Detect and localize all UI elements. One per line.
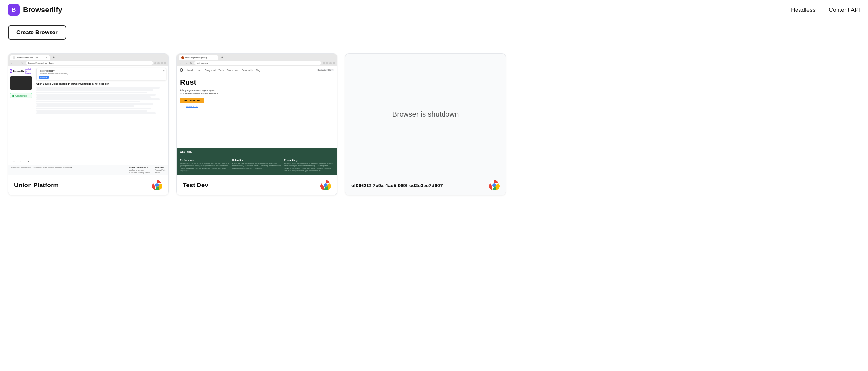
rust-why-title: Why Rust? — [180, 151, 334, 153]
card-footer-union: Union Platform — [8, 175, 168, 195]
text-line — [36, 103, 153, 105]
rust-subtitle-line1: A language empowering everyone — [180, 89, 215, 91]
chrome-icon-union — [152, 180, 162, 191]
restore-popup: Restore pages? Chromium didn't shut down… — [36, 68, 166, 80]
rust-version: Version 1.75.0 — [180, 105, 204, 107]
rust-rel-title: Reliability — [232, 159, 282, 161]
action-icon-3 — [161, 62, 163, 64]
back-button[interactable]: ← — [10, 62, 14, 65]
rust-nav-learn[interactable]: Learn — [196, 69, 202, 71]
rust-forward[interactable]: → — [184, 62, 188, 65]
text-line — [36, 98, 160, 100]
browser-card-testdev: Rust Programming Lang... × + ← → ↻ rust-… — [177, 53, 337, 195]
rust-perf-text: Rust is blazingly fast and memory-effici… — [180, 162, 229, 172]
sidebar-logo-icon: B — [10, 69, 12, 73]
shutdown-text: Browser is shutdown — [392, 110, 459, 118]
text-line — [36, 96, 151, 98]
rust-url-input[interactable]: rust-lang.org — [194, 61, 321, 65]
footer-product-title: Product and service — [129, 167, 150, 168]
mini-browser-testdev: Rust Programming Lang... × + ← → ↻ rust-… — [177, 54, 337, 175]
rust-cta-button[interactable]: GET STARTED — [180, 98, 204, 104]
rust-action-1 — [323, 62, 325, 64]
mini-tab-rust[interactable]: Rust Programming Lang... × — [179, 56, 218, 60]
rust-features: Why Rust? Performance Rust is blazingly … — [177, 148, 337, 175]
text-line — [36, 89, 153, 91]
tab-close-icon[interactable]: × — [45, 56, 47, 59]
home-icon[interactable]: ⌂ — [13, 160, 15, 163]
rust-nav-governance[interactable]: Governance — [227, 69, 239, 71]
mini-tabbar-testdev: Rust Programming Lang... × + — [177, 54, 337, 60]
connected-dot — [12, 95, 14, 97]
nav-headless[interactable]: Headless — [791, 6, 815, 13]
footer-privacy: Privacy Policy — [155, 169, 166, 171]
rust-topnav: ⚙ Install Learn Playground Tools Governa… — [177, 66, 337, 74]
tab-favicon — [13, 56, 16, 59]
action-icon-2 — [157, 62, 160, 64]
browser-preview-testdev: Rust Programming Lang... × + ← → ↻ rust-… — [177, 54, 337, 175]
new-tab-button[interactable]: + — [51, 55, 57, 60]
rust-urlbar: ← → ↻ rust-lang.org — [177, 60, 337, 66]
rust-why-col: Why Rust? — [180, 151, 334, 155]
rust-nav-playground[interactable]: Playground — [205, 69, 216, 71]
rust-action-2 — [326, 62, 329, 64]
connected-label: Connected — [16, 94, 27, 97]
restore-button[interactable]: Restore — [39, 76, 49, 79]
text-line — [36, 108, 151, 109]
header-nav: Headless Content API — [791, 6, 860, 13]
card-name-union: Union Platform — [14, 181, 59, 189]
url-text: browserlify.com/#from=docker — [28, 62, 55, 64]
app-header: B Browserlify Headless Content API — [0, 0, 868, 20]
url-input[interactable]: browserlify.com/#from=docker — [26, 61, 153, 65]
sidebar-screenshot — [10, 77, 32, 90]
tab-title: Android in browser | Phe... — [17, 57, 44, 59]
refresh-button[interactable]: ↻ — [21, 62, 24, 65]
rust-prod-text: Rust has great documentation, a friendly… — [284, 162, 334, 172]
action-icon-4 — [164, 62, 166, 64]
mini-urlbar: ← → ↻ browserlify.com/#from=docker — [8, 60, 168, 66]
footer-col-product: Product and service Android in browser S… — [129, 167, 150, 174]
text-line — [36, 92, 147, 93]
sidebar-label: Android in browser — [25, 68, 32, 74]
text-line — [36, 94, 156, 95]
rust-nav-install[interactable]: Install — [187, 69, 192, 71]
browser-preview-union: Android in browser | Phe... × + ← → ↻ br… — [8, 54, 168, 175]
rust-feature-performance: Performance Rust is blazingly fast and m… — [180, 159, 229, 172]
toolbar: Create Browser — [0, 20, 868, 45]
action-icon-1 — [154, 62, 156, 64]
rust-url-text: rust-lang.org — [197, 62, 208, 64]
rust-lang-select[interactable]: English (en-US) ▼ — [316, 68, 334, 71]
circle-icon[interactable]: ○ — [20, 160, 22, 163]
rust-tab-close[interactable]: × — [214, 56, 216, 59]
restore-title: Restore pages? — [39, 69, 164, 72]
rust-feature-reliability: Reliability Rust's rich type system and … — [232, 159, 282, 172]
footer-terms: Terms — [155, 172, 166, 174]
rust-refresh[interactable]: ↻ — [189, 62, 193, 65]
nav-content-api[interactable]: Content API — [829, 6, 860, 13]
rust-perf-title: Performance — [180, 159, 229, 161]
rust-back[interactable]: ← — [179, 62, 183, 65]
sidebar-logo: B Browserlify Android in browser — [10, 68, 32, 74]
restore-close-icon[interactable]: × — [163, 69, 165, 72]
rust-nav-community[interactable]: Community — [242, 69, 253, 71]
rust-tab-favicon — [181, 56, 184, 59]
menu-icon[interactable]: ≡ — [28, 160, 30, 163]
rust-nav-tools[interactable]: Tools — [219, 69, 224, 71]
mini-tab-active[interactable]: Android in browser | Phe... × — [10, 56, 50, 60]
browser-cards-container: Android in browser | Phe... × + ← → ↻ br… — [0, 45, 868, 203]
svg-point-8 — [493, 184, 496, 187]
rust-tab-title: Rust Programming Lang... — [185, 57, 213, 59]
rust-hero: Rust A language empowering everyone to b… — [177, 74, 337, 148]
text-line — [36, 110, 147, 112]
browser-card-shutdown: Browser is shutdown ef0662f2-7e9a-4ae5-9… — [345, 53, 506, 195]
rust-action-3 — [329, 62, 332, 64]
rust-nav-blog[interactable]: Blog — [256, 69, 260, 71]
forward-button[interactable]: → — [16, 62, 19, 65]
rust-new-tab[interactable]: + — [219, 55, 225, 60]
sidebar-nav-icons: ⌂ ○ ≡ — [10, 158, 32, 163]
chrome-icon-testdev — [320, 180, 331, 191]
sidebar-brand: Browserlify — [13, 70, 24, 72]
rust-prod-title: Productivity — [284, 159, 334, 161]
header-left: B Browserlify — [8, 4, 62, 16]
create-browser-button[interactable]: Create Browser — [8, 25, 66, 40]
connected-badge: Connected — [10, 93, 32, 98]
